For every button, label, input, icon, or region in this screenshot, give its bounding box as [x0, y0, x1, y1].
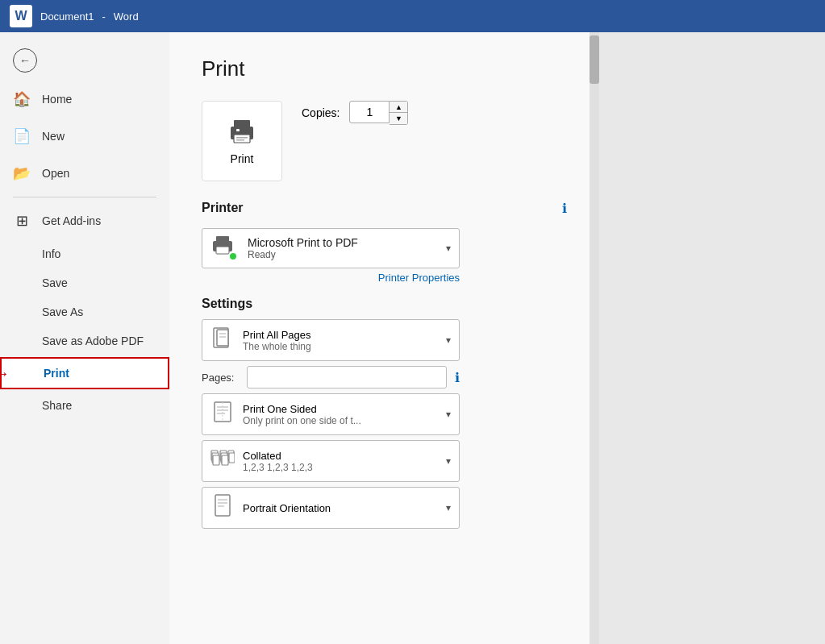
sidebar-item-open[interactable]: 📂 Open: [0, 155, 169, 192]
copies-up-arrow[interactable]: ▲: [390, 102, 407, 113]
sidebar-item-label: Get Add-ins: [42, 214, 101, 227]
orientation-icon: [210, 494, 235, 521]
copies-label: Copies:: [302, 106, 340, 119]
sidebar-item-info[interactable]: Info: [0, 239, 169, 268]
scroll-thumb[interactable]: [590, 35, 599, 84]
document-name: Document1: [40, 10, 94, 23]
printer-dropdown[interactable]: Microsoft Print to PDF Ready ▾: [202, 228, 460, 268]
scroll-track[interactable]: [590, 32, 599, 644]
add-ins-icon: ⊞: [13, 212, 31, 230]
svg-rect-2: [234, 135, 250, 143]
collation-sub: 1,2,3 1,2,3 1,2,3: [243, 462, 313, 473]
print-sides-sub: Only print on one side of t...: [243, 415, 361, 426]
copies-arrows: ▲ ▼: [390, 101, 408, 125]
sidebar-item-save[interactable]: Save: [0, 268, 169, 297]
print-nav-wrapper: → Print: [0, 357, 169, 389]
orientation-dropdown[interactable]: Portrait Orientation ▾: [202, 487, 460, 529]
new-icon: 📄: [13, 127, 31, 145]
sidebar-item-save-as[interactable]: Save As: [0, 297, 169, 326]
app-name: Word: [114, 10, 139, 23]
svg-rect-3: [236, 129, 240, 131]
svg-rect-23: [213, 455, 219, 465]
orientation-chevron: ▾: [446, 502, 451, 513]
home-icon: 🏠: [13, 90, 31, 108]
sidebar-divider: [13, 197, 156, 197]
page-title: Print: [202, 56, 567, 81]
print-sides-dropdown[interactable]: Print One Sided Only print on one side o…: [202, 393, 460, 435]
svg-rect-28: [229, 453, 235, 463]
preview-panel: [599, 32, 825, 644]
copies-down-arrow[interactable]: ▼: [390, 113, 407, 124]
svg-rect-1: [234, 120, 250, 128]
svg-rect-8: [216, 247, 229, 254]
svg-rect-29: [215, 495, 230, 516]
print-action-area: Print Copies: ▲ ▼: [202, 101, 567, 181]
print-range-dropdown[interactable]: Print All Pages The whole thing ▾: [202, 319, 460, 361]
title-bar: W Document1 - Word: [0, 0, 825, 32]
word-logo: W: [10, 5, 32, 27]
print-range-text: Print All Pages The whole thing: [243, 329, 311, 352]
svg-rect-26: [222, 455, 228, 465]
sidebar-item-save-adobe[interactable]: Save as Adobe PDF: [0, 326, 169, 355]
sidebar-item-label: Open: [42, 167, 69, 180]
print-button-label: Print: [231, 152, 254, 165]
print-sides-main: Print One Sided: [243, 403, 361, 415]
pages-row: Pages: ℹ: [202, 366, 460, 388]
print-sides-chevron: ▾: [446, 409, 451, 420]
orientation-text: Portrait Orientation: [243, 502, 331, 514]
collation-main: Collated: [243, 450, 313, 462]
printer-status-dot: [228, 251, 238, 261]
back-button[interactable]: ←: [0, 40, 169, 81]
pages-label: Pages:: [202, 372, 239, 384]
printer-dropdown-icon: [210, 234, 240, 263]
printer-dropdown-chevron: ▾: [446, 243, 451, 254]
svg-rect-5: [236, 139, 244, 141]
collation-dropdown[interactable]: Collated 1,2,3 1,2,3 1,2,3 ▾: [202, 440, 460, 482]
main-area: ← 🏠 Home 📄 New 📂 Open ⊞ Get Add-ins Info: [0, 32, 825, 644]
print-range-main: Print All Pages: [243, 329, 311, 341]
print-sides-text: Print One Sided Only print on one side o…: [243, 403, 361, 426]
print-sides-icon: [210, 401, 235, 428]
printer-section-label: Printer: [202, 201, 244, 215]
printer-info-icon[interactable]: ℹ: [562, 201, 567, 216]
svg-rect-7: [216, 236, 229, 243]
sidebar: ← 🏠 Home 📄 New 📂 Open ⊞ Get Add-ins Info: [0, 32, 169, 644]
pages-input[interactable]: [247, 366, 447, 388]
copies-area: Copies: ▲ ▼: [302, 101, 408, 125]
sidebar-item-add-ins[interactable]: ⊞ Get Add-ins: [0, 202, 169, 239]
print-range-chevron: ▾: [446, 334, 451, 346]
sidebar-item-home[interactable]: 🏠 Home: [0, 81, 169, 118]
sidebar-item-label: New: [42, 130, 65, 143]
open-icon: 📂: [13, 164, 31, 182]
printer-icon: [226, 117, 258, 146]
sidebar-item-label: Home: [42, 93, 72, 106]
collation-chevron: ▾: [446, 455, 451, 467]
settings-label: Settings: [202, 297, 567, 311]
svg-rect-13: [217, 330, 228, 346]
copies-input[interactable]: [349, 101, 390, 123]
printer-status: Ready: [248, 249, 358, 260]
collation-text: Collated 1,2,3 1,2,3 1,2,3: [243, 450, 313, 473]
orientation-main: Portrait Orientation: [243, 502, 331, 514]
print-button[interactable]: Print: [202, 101, 282, 181]
collation-icon: [210, 447, 235, 475]
svg-rect-4: [236, 137, 248, 139]
printer-info: Microsoft Print to PDF Ready: [248, 236, 358, 260]
back-icon: ←: [13, 48, 37, 73]
settings-section: Settings Print All Pages: [202, 297, 567, 529]
pages-info-icon[interactable]: ℹ: [455, 370, 460, 385]
printer-section: Printer ℹ Microsoft Print to PDF Ready ▾: [202, 201, 567, 268]
content-panel: Print Print Copies:: [169, 32, 599, 644]
sidebar-item-share[interactable]: Share: [0, 391, 169, 420]
print-range-icon: [210, 326, 235, 354]
copies-spinner: ▲ ▼: [349, 101, 408, 125]
sidebar-item-new[interactable]: 📄 New: [0, 118, 169, 155]
printer-name: Microsoft Print to PDF: [248, 236, 358, 249]
title-separator: -: [102, 10, 105, 23]
print-range-sub: The whole thing: [243, 341, 311, 352]
sidebar-item-print[interactable]: Print: [0, 357, 169, 389]
printer-properties-link[interactable]: Printer Properties: [202, 272, 460, 284]
